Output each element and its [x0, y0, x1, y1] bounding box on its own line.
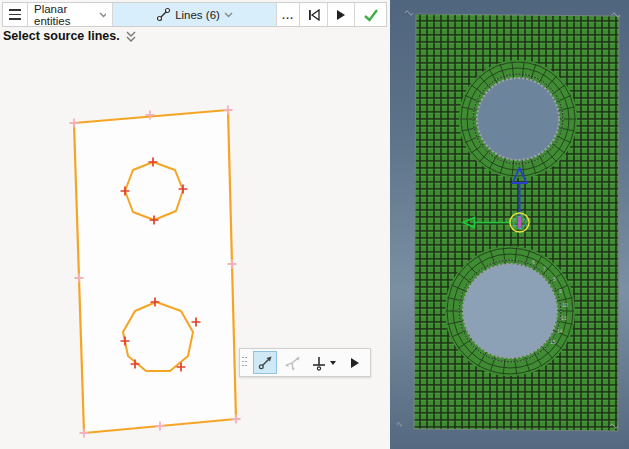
- play-icon: [349, 357, 360, 369]
- selection-panel: Planar entities Lines (6) ...: [0, 0, 390, 449]
- corner-squiggle: [405, 11, 413, 15]
- direction-arrow-icon: [257, 354, 274, 371]
- 3d-viewport[interactable]: 6789101314152: [390, 0, 629, 449]
- top-hole-ring: [460, 61, 576, 176]
- direction-select-button[interactable]: [253, 351, 277, 374]
- node-number: 6: [532, 259, 535, 265]
- node-number: 7: [543, 266, 546, 272]
- source-rectangle[interactable]: [74, 110, 236, 433]
- bottom-hole[interactable]: [463, 264, 557, 358]
- node-number: 10: [562, 302, 568, 308]
- mini-play-button[interactable]: [342, 351, 366, 374]
- node-number: 13: [561, 315, 567, 321]
- edge-number: 2: [395, 421, 403, 427]
- bottom-hole-ring: [446, 247, 574, 374]
- node-number: 14: [557, 328, 563, 334]
- normal-direction-button[interactable]: [307, 351, 339, 374]
- node-number: 15: [550, 339, 556, 345]
- triad-icon: [284, 354, 301, 371]
- dropdown-arrow-icon: [329, 360, 337, 366]
- origin-gizmo[interactable]: [510, 213, 529, 232]
- node-number: 9: [559, 288, 562, 294]
- toolbar-grip-handle[interactable]: [242, 357, 249, 369]
- mesh-view: 6789101314152: [390, 0, 629, 449]
- top-hole[interactable]: [477, 78, 559, 160]
- node-number: 8: [553, 276, 556, 282]
- floating-mini-toolbar: [239, 348, 371, 377]
- perpendicular-icon: [310, 354, 328, 372]
- application-window: Planar entities Lines (6) ...: [0, 0, 629, 449]
- move-triad-button[interactable]: [280, 351, 304, 374]
- sketch-canvas[interactable]: [0, 0, 390, 449]
